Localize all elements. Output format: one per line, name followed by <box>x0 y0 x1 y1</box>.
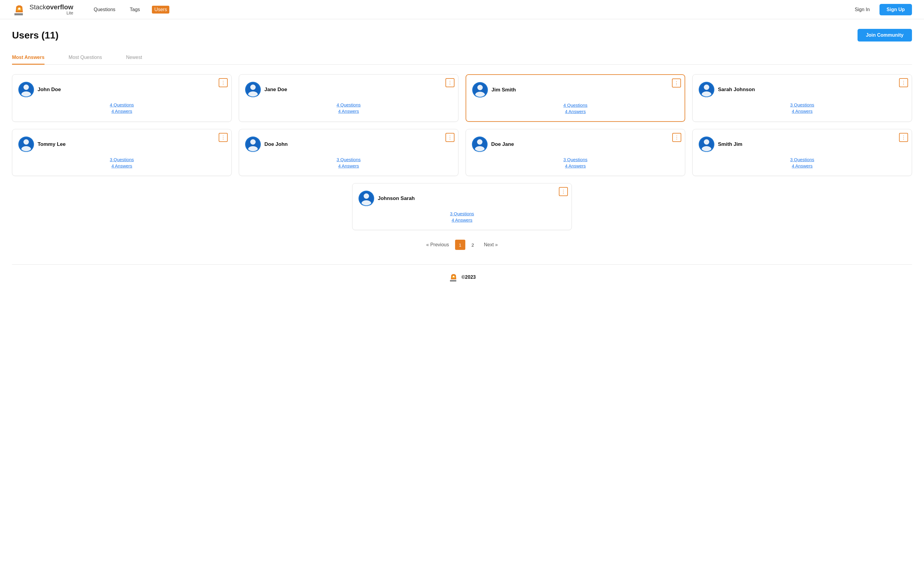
avatar <box>472 82 488 98</box>
user-name: John Doe <box>38 87 61 92</box>
user-card-top: John Doe <box>18 82 225 97</box>
user-answers-link[interactable]: 4 Answers <box>111 163 132 168</box>
card-menu-button[interactable]: ⋮ <box>446 78 454 87</box>
tab-most-answers[interactable]: Most Answers <box>12 51 45 64</box>
user-card-smith-jim: ⋮ Smith Jim 3 Questions 4 Answers <box>692 129 912 176</box>
prev-page-button[interactable]: « Previous <box>422 240 453 249</box>
user-name: Jane Doe <box>264 87 287 92</box>
header-actions: Sign In Sign Up <box>850 4 912 15</box>
user-stats: 3 Questions 4 Answers <box>563 157 587 168</box>
user-answers-link[interactable]: 4 Answers <box>565 163 586 168</box>
page-number-2[interactable]: 2 <box>468 240 478 250</box>
signup-button[interactable]: Sign Up <box>879 4 912 15</box>
user-name: Sarah Johnson <box>718 87 755 92</box>
user-answers-link[interactable]: 4 Answers <box>792 163 812 168</box>
user-card-jane-doe: ⋮ Jane Doe 4 Questions 4 Answers <box>239 74 459 122</box>
user-card-jim-smith: ⋮ Jim Smith 4 Questions 4 Answers <box>465 74 685 122</box>
svg-rect-0 <box>15 13 23 15</box>
join-community-button[interactable]: Join Community <box>858 29 912 41</box>
user-name: Tommy Lee <box>38 141 66 147</box>
user-stats: 3 Questions 4 Answers <box>790 102 814 114</box>
next-page-button[interactable]: Next » <box>480 240 502 249</box>
logo[interactable]: Stackoverflow Lite <box>12 2 73 17</box>
svg-point-6 <box>23 84 29 90</box>
user-questions-link[interactable]: 3 Questions <box>790 157 814 162</box>
page-title: Users (11) <box>12 30 59 41</box>
user-stats: 4 Questions 4 Answers <box>563 102 587 114</box>
page-header: Users (11) Join Community <box>12 29 912 41</box>
card-menu-button[interactable]: ⋮ <box>672 79 681 87</box>
user-card-johnson-sarah: ⋮ Johnson Sarah 3 Questions 4 Answers <box>352 183 572 230</box>
user-stats: 4 Questions 4 Answers <box>337 102 361 114</box>
user-questions-link[interactable]: 3 Questions <box>790 102 814 107</box>
user-name: Jim Smith <box>492 87 516 93</box>
avatar <box>699 137 714 152</box>
user-grid-row3: ⋮ Johnson Sarah 3 Questions 4 Answers <box>12 183 912 230</box>
user-name: Doe Jane <box>491 141 514 147</box>
user-card-top: Doe John <box>245 137 452 152</box>
user-questions-link[interactable]: 4 Questions <box>337 102 361 107</box>
nav-users[interactable]: Users <box>152 6 169 13</box>
card-menu-button[interactable]: ⋮ <box>672 133 681 142</box>
footer-logo-icon <box>448 272 459 283</box>
filter-tabs: Most Answers Most Questions Newest <box>12 51 912 64</box>
user-questions-link[interactable]: 3 Questions <box>450 211 474 216</box>
svg-point-18 <box>704 84 709 90</box>
user-card-sarah-johnson: ⋮ Sarah Johnson 3 Questions 4 Answers <box>692 74 912 122</box>
svg-point-38 <box>364 193 369 199</box>
card-menu-button[interactable]: ⋮ <box>446 133 454 142</box>
pagination: « Previous 1 2 Next » <box>12 240 912 250</box>
user-name: Doe John <box>264 141 287 147</box>
avatar <box>18 82 34 97</box>
user-answers-link[interactable]: 4 Answers <box>111 109 132 114</box>
user-questions-link[interactable]: 3 Questions <box>563 157 587 162</box>
user-answers-link[interactable]: 4 Answers <box>452 218 472 223</box>
avatar <box>699 82 714 97</box>
svg-rect-42 <box>450 281 456 281</box>
user-card-top: Tommy Lee <box>18 137 225 152</box>
user-questions-link[interactable]: 3 Questions <box>110 157 134 162</box>
nav-tags[interactable]: Tags <box>127 6 143 13</box>
user-card-top: Johnson Sarah <box>358 191 566 206</box>
user-stats: 4 Questions 4 Answers <box>110 102 134 114</box>
avatar <box>245 82 261 97</box>
user-card-top: Jane Doe <box>245 82 452 97</box>
user-card-doe-john: ⋮ Doe John 3 Questions 4 Answers <box>239 129 459 176</box>
user-answers-link[interactable]: 4 Answers <box>792 109 812 114</box>
user-questions-link[interactable]: 4 Questions <box>110 102 134 107</box>
nav-questions[interactable]: Questions <box>91 6 118 13</box>
user-card-top: Smith Jim <box>699 137 906 152</box>
footer: ©2023 <box>12 264 912 287</box>
user-answers-link[interactable]: 4 Answers <box>338 109 359 114</box>
user-answers-link[interactable]: 4 Answers <box>565 109 586 114</box>
svg-rect-1 <box>15 15 23 15</box>
svg-point-26 <box>250 139 256 145</box>
card-menu-button[interactable]: ⋮ <box>899 133 908 142</box>
svg-point-14 <box>477 85 483 90</box>
user-stats: 3 Questions 4 Answers <box>790 157 814 168</box>
tab-newest[interactable]: Newest <box>126 51 142 64</box>
avatar <box>358 191 374 206</box>
user-answers-link[interactable]: 4 Answers <box>338 163 359 168</box>
avatar <box>245 137 261 152</box>
tab-most-questions[interactable]: Most Questions <box>69 51 102 64</box>
user-stats: 3 Questions 4 Answers <box>450 211 474 223</box>
card-menu-button[interactable]: ⋮ <box>559 187 568 196</box>
card-menu-button[interactable]: ⋮ <box>899 78 908 87</box>
user-card-john-doe: ⋮ John Doe 4 Questions 4 Answers <box>12 74 232 122</box>
card-menu-button[interactable]: ⋮ <box>219 133 228 142</box>
main-content: Users (11) Join Community Most Answers M… <box>0 19 924 581</box>
page-number-1[interactable]: 1 <box>455 240 465 250</box>
user-grid-row2: ⋮ Tommy Lee 3 Questions 4 Answers ⋮ <box>12 129 912 176</box>
card-menu-button[interactable]: ⋮ <box>219 78 228 87</box>
logo-text: Stackoverflow Lite <box>30 3 73 16</box>
user-card-top: Doe Jane <box>472 137 679 152</box>
logo-icon <box>12 2 26 17</box>
user-name: Smith Jim <box>718 141 742 147</box>
svg-rect-41 <box>450 280 456 281</box>
user-questions-link[interactable]: 4 Questions <box>563 102 587 108</box>
signin-button[interactable]: Sign In <box>850 5 874 15</box>
user-stats: 3 Questions 4 Answers <box>337 157 361 168</box>
user-card-top: Jim Smith <box>472 82 678 98</box>
user-questions-link[interactable]: 3 Questions <box>337 157 361 162</box>
